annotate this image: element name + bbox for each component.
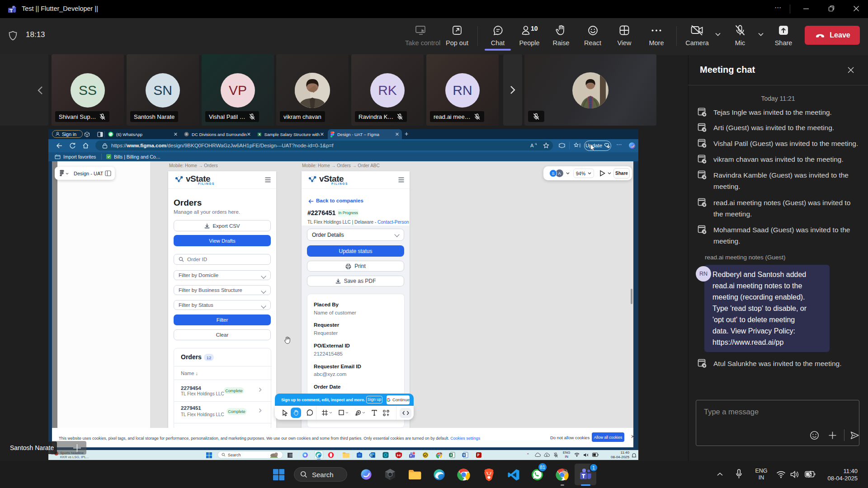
svg-text:10: 10 — [531, 25, 538, 32]
svg-text:2: 2 — [413, 452, 414, 454]
